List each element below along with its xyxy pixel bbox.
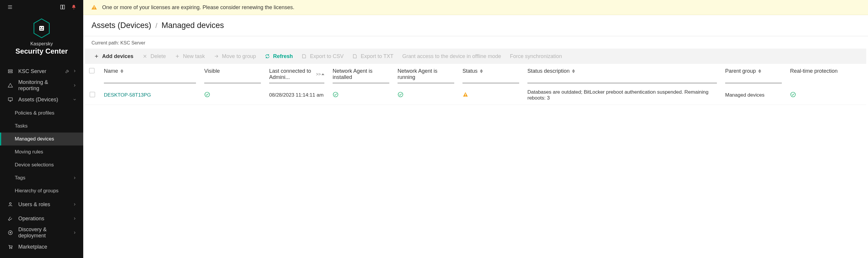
col-agent-installed[interactable]: Network Agent is installed (329, 64, 394, 86)
col-label: Last connected to Admini... (269, 68, 314, 80)
user-icon (8, 202, 13, 207)
button-label: Refresh (273, 53, 293, 60)
sidebar-item-assets[interactable]: Assets (Devices) (0, 93, 83, 107)
add-devices-button[interactable]: Add devices (94, 53, 133, 60)
brand-name-top: Kaspersky (30, 41, 53, 46)
devices-table: Name Visible Last connected to Admini...… (85, 64, 866, 105)
col-label: Name (104, 68, 118, 74)
cell-status (458, 86, 523, 105)
sidebar-item-label: Assets (Devices) (18, 97, 67, 103)
compass-icon (8, 230, 13, 235)
sidebar-item-label: Hierarchy of groups (15, 188, 77, 194)
row-checkbox[interactable] (90, 92, 95, 97)
export-txt-button[interactable]: Export to TXT (352, 53, 394, 60)
svg-point-15 (11, 248, 12, 249)
svg-rect-5 (39, 26, 44, 31)
svg-rect-16 (94, 6, 94, 8)
col-name[interactable]: Name (100, 64, 200, 86)
sidebar-item-discovery[interactable]: Discovery & deployment (0, 226, 83, 240)
col-status[interactable]: Status (458, 64, 523, 86)
sidebar-item-monitoring[interactable]: Monitoring & reporting (0, 78, 83, 93)
svg-rect-4 (63, 5, 65, 9)
cell-agent-running (394, 86, 458, 105)
offline-access-button[interactable]: Grant access to the device in offline mo… (402, 53, 501, 60)
col-visible[interactable]: Visible (200, 64, 265, 86)
sidebar-item-label: Users & roles (18, 201, 67, 208)
chevron-right-icon (72, 217, 77, 221)
col-parent[interactable]: Parent group (721, 64, 786, 86)
sidebar-item-tags[interactable]: Tags (0, 172, 83, 184)
col-label: Network Agent is installed (333, 68, 389, 80)
breadcrumb-root[interactable]: Assets (Devices) (92, 21, 151, 30)
export-csv-button[interactable]: Export to CSV (302, 53, 344, 60)
sidebar-item-ksc-server[interactable]: KSC Server (0, 64, 83, 78)
server-icon (8, 69, 13, 74)
col-label: Visible (204, 68, 220, 74)
move-icon (214, 53, 219, 59)
brand-name-bottom: Security Center (16, 47, 68, 56)
device-name-link[interactable]: DESKTOP-58T13PG (104, 92, 151, 98)
notifications-icon[interactable] (71, 4, 77, 11)
toolbar: Add devices Delete New task Move to grou… (85, 48, 866, 64)
sort-icon (120, 69, 123, 73)
monitor-icon (8, 97, 13, 102)
sort-icon (572, 69, 575, 73)
sidebar-item-device-selections[interactable]: Device selections (0, 158, 83, 172)
layout-icon[interactable] (60, 4, 65, 11)
sidebar-item-marketplace[interactable]: Marketplace (0, 240, 83, 254)
sidebar-item-label: Tags (15, 175, 67, 181)
wrench-icon (8, 216, 13, 221)
svg-rect-10 (8, 72, 12, 73)
new-task-button[interactable]: New task (175, 53, 205, 60)
button-label: Move to group (222, 53, 256, 60)
main-content: One or more of your licenses are expirin… (83, 0, 868, 258)
col-label: Real-time protection (790, 68, 838, 74)
svg-point-12 (9, 202, 11, 205)
refresh-icon (265, 53, 270, 59)
sidebar-item-label: Managed devices (15, 136, 77, 142)
sidebar-item-label: Operations (18, 216, 67, 222)
x-icon (142, 53, 148, 59)
sidebar-item-operations[interactable]: Operations (0, 212, 83, 226)
delete-button[interactable]: Delete (142, 53, 166, 60)
button-label: Grant access to the device in offline mo… (402, 53, 501, 60)
chevron-right-icon (72, 176, 77, 180)
move-to-group-button[interactable]: Move to group (214, 53, 256, 60)
force-sync-button[interactable]: Force synchronization (510, 53, 562, 60)
sidebar-item-label: Tasks (15, 123, 77, 129)
sidebar: Kaspersky Security Center KSC Server Mon… (0, 0, 83, 258)
warning-icon (8, 83, 13, 88)
svg-rect-3 (61, 5, 62, 9)
wrench-icon[interactable] (65, 69, 70, 74)
button-label: Export to CSV (310, 53, 344, 60)
menu-toggle-icon[interactable] (7, 4, 13, 11)
sidebar-item-label: Discovery & deployment (18, 226, 67, 239)
sidebar-item-hierarchy[interactable]: Hierarchy of groups (0, 184, 83, 197)
sidebar-item-moving-rules[interactable]: Moving rules (0, 146, 83, 158)
svg-point-14 (9, 248, 10, 249)
col-agent-running[interactable]: Network Agent is running (394, 64, 458, 86)
col-last-connected[interactable]: Last connected to Admini...>> (265, 64, 329, 86)
select-all-checkbox[interactable] (89, 68, 94, 73)
cell-realtime (786, 86, 866, 105)
col-status-desc[interactable]: Status description (523, 64, 721, 86)
svg-rect-6 (40, 27, 41, 28)
chevron-right-icon (72, 69, 77, 73)
breadcrumb-current: Managed devices (161, 21, 224, 30)
refresh-button[interactable]: Refresh (265, 53, 293, 60)
sidebar-item-label: Policies & profiles (15, 110, 77, 116)
button-label: New task (183, 53, 205, 60)
button-label: Add devices (102, 53, 133, 60)
sidebar-item-tasks[interactable]: Tasks (0, 119, 83, 133)
sidebar-item-policies[interactable]: Policies & profiles (0, 107, 83, 119)
svg-rect-8 (40, 29, 43, 30)
sidebar-item-users-roles[interactable]: Users & roles (0, 197, 83, 212)
license-warning-banner: One or more of your licenses are expirin… (83, 0, 868, 15)
overflow-indicator: >> (316, 72, 321, 77)
col-realtime[interactable]: Real-time protection (786, 64, 866, 86)
table-row[interactable]: DESKTOP-58T13PG08/28/2023 11:14:11 amDat… (85, 86, 866, 105)
sidebar-item-label: Monitoring & reporting (18, 79, 67, 91)
sidebar-item-managed-devices[interactable]: Managed devices (0, 133, 83, 146)
cell-last-connected: 08/28/2023 11:14:11 am (265, 86, 329, 105)
cell-visible (200, 86, 265, 105)
